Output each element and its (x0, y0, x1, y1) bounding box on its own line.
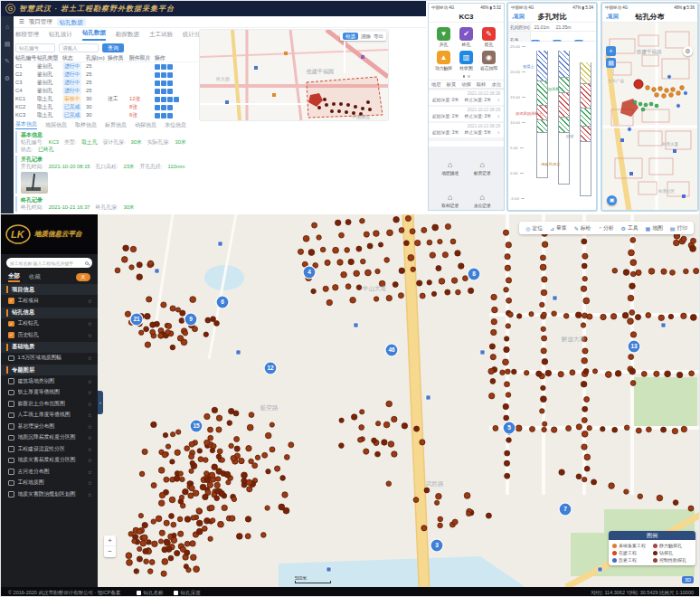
star-icon[interactable]: ☆ (88, 434, 92, 441)
record-photo[interactable] (21, 172, 48, 194)
cluster-marker[interactable]: 5 (503, 422, 516, 434)
borehole-dot[interactable] (661, 427, 667, 432)
borehole-dot[interactable] (583, 298, 590, 304)
borehole-dot[interactable] (506, 393, 511, 398)
layer-item[interactable]: 1:5万区域地质图幅☆ (1, 353, 98, 365)
borehole-dot[interactable] (672, 428, 677, 433)
borehole-dot[interactable] (171, 522, 176, 527)
borehole-dot[interactable] (149, 560, 155, 565)
borehole-dot[interactable] (166, 444, 170, 449)
borehole-dot[interactable] (137, 529, 142, 535)
borehole-dot[interactable] (601, 314, 606, 319)
borehole-dot[interactable] (541, 385, 545, 390)
borehole-dot[interactable] (636, 428, 641, 433)
borehole-dot[interactable] (488, 368, 494, 374)
borehole-dot[interactable] (246, 479, 251, 485)
borehole-dot[interactable] (145, 342, 150, 347)
tool-定位[interactable]: ◎定位 (525, 224, 543, 232)
borehole-dot[interactable] (183, 331, 187, 336)
borehole-dot[interactable] (229, 443, 233, 448)
borehole-dot[interactable] (356, 246, 362, 251)
borehole-dot[interactable] (170, 460, 175, 464)
borehole-dot[interactable] (505, 450, 510, 456)
action-button[interactable] (161, 81, 166, 86)
borehole-dot[interactable] (431, 291, 436, 296)
borehole-dot[interactable] (629, 283, 636, 289)
borehole-dot[interactable] (171, 432, 175, 437)
borehole-dot[interactable] (317, 235, 321, 240)
borehole-dot[interactable] (265, 432, 271, 439)
borehole-dot[interactable] (230, 516, 235, 521)
borehole-dot[interactable] (231, 456, 236, 461)
borehole-dot[interactable] (468, 288, 474, 293)
borehole-dot[interactable] (345, 248, 350, 253)
borehole-dot[interactable] (161, 571, 166, 576)
star-icon[interactable]: ☆ (88, 298, 92, 304)
borehole-dot[interactable] (270, 422, 274, 427)
borehole-dot[interactable] (166, 324, 172, 329)
borehole-dot[interactable] (386, 295, 392, 300)
layer-item[interactable]: 工程建设适宜性分区☆ (1, 443, 98, 455)
borehole-dot[interactable] (638, 494, 643, 499)
borehole-dot[interactable] (148, 261, 154, 266)
borehole-dot[interactable] (505, 265, 510, 270)
borehole-dot[interactable] (436, 493, 442, 499)
action-button[interactable] (174, 97, 179, 102)
borehole-dot[interactable] (151, 519, 156, 524)
borehole-dot[interactable] (582, 277, 587, 281)
borehole-dot[interactable] (661, 269, 667, 274)
shortcut-取样记录[interactable]: ⌂取样记录 (436, 185, 465, 211)
star-icon[interactable]: ☆ (88, 332, 92, 338)
shortcut-标贯记录[interactable]: ⌂标贯记录 (468, 152, 497, 183)
borehole-dot[interactable] (438, 523, 443, 528)
borehole-dot[interactable] (208, 435, 213, 441)
borehole-dot[interactable] (203, 458, 209, 463)
borehole-dot[interactable] (491, 319, 497, 325)
borehole-dot[interactable] (635, 315, 640, 320)
borehole-dot[interactable] (282, 492, 288, 498)
borehole-dot[interactable] (132, 539, 137, 544)
layer-item[interactable]: 软土厚度等值线图☆ (1, 387, 98, 399)
tool-地图[interactable]: ▦地图 (645, 224, 662, 232)
borehole-dot[interactable] (559, 469, 564, 475)
borehole-dot[interactable] (158, 500, 165, 507)
borehole-dot[interactable] (312, 223, 317, 228)
borehole-dot[interactable] (445, 223, 450, 229)
borehole-dot[interactable] (657, 495, 663, 501)
borehole-dot[interactable] (216, 477, 221, 481)
checkbox[interactable]: ✓ (8, 332, 14, 338)
borehole-dot[interactable] (582, 253, 588, 259)
borehole-dot[interactable] (691, 238, 696, 243)
borehole-dot[interactable] (558, 372, 563, 377)
borehole-dot[interactable] (184, 516, 191, 523)
table-row[interactable]: KC1取土孔审核中30张工12张 (15, 95, 200, 103)
borehole-dot[interactable] (566, 426, 572, 431)
borehole-dot[interactable] (211, 317, 216, 322)
borehole-dot[interactable] (189, 454, 194, 460)
borehole-dot[interactable] (283, 507, 289, 514)
borehole-dot[interactable] (506, 369, 511, 374)
borehole-dot[interactable] (647, 427, 652, 432)
borehole-dot[interactable] (506, 298, 512, 303)
borehole-dot[interactable] (289, 442, 294, 448)
borehole-dot[interactable] (668, 314, 673, 318)
borehole-dot[interactable] (323, 286, 328, 291)
checkbox[interactable] (8, 378, 14, 384)
borehole-dot[interactable] (196, 520, 203, 526)
record-item[interactable]: 2021-10-21 08:29起始深度: 2米终止深度: 3米∨ (429, 107, 504, 121)
chevron-down-icon[interactable]: ∨ (497, 97, 500, 103)
borehole-dot[interactable] (582, 431, 588, 437)
borehole-dot[interactable] (137, 546, 142, 551)
cluster-marker[interactable]: 3 (430, 539, 443, 552)
borehole-dot[interactable] (144, 559, 149, 564)
borehole-dot[interactable] (421, 227, 427, 232)
borehole-dot[interactable] (486, 513, 491, 518)
tab-动探[interactable]: 动探 (461, 81, 471, 88)
borehole-dot[interactable] (337, 260, 343, 265)
app-icon-岩芯拍照[interactable]: ◉岩芯拍照 (478, 51, 499, 71)
borehole-dot[interactable] (333, 247, 339, 253)
borehole-dot[interactable] (137, 274, 143, 280)
zoom-control[interactable]: +▤ (606, 46, 616, 68)
record-item[interactable]: 2021-10-21 08:28起始深度: 0米终止深度: 2米∨ (429, 90, 504, 105)
borehole-dot[interactable] (582, 477, 587, 481)
